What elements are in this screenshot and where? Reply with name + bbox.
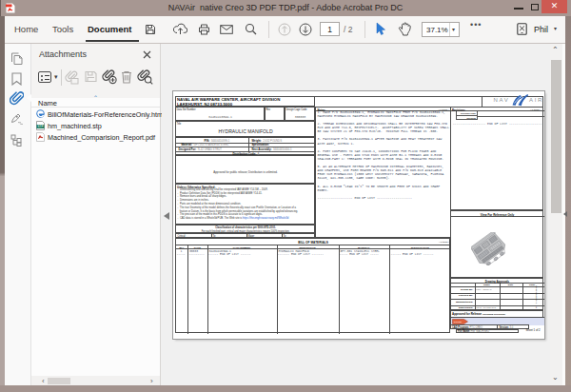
- svg-text:SIGNED: SIGNED: [453, 321, 462, 323]
- svg-text:STP: STP: [38, 125, 44, 128]
